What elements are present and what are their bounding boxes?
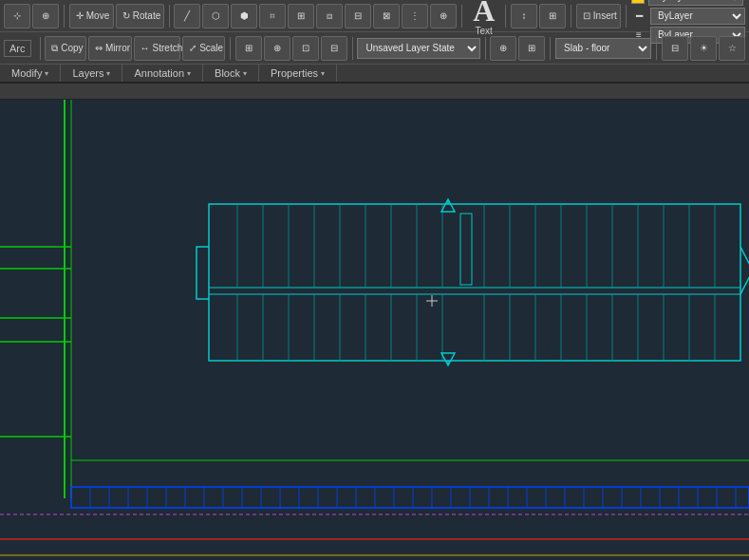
copy-icon: ⧉: [51, 41, 58, 56]
bylayer-select2[interactable]: ByLayer: [650, 8, 745, 25]
modify-tab[interactable]: Modify ▾: [0, 65, 61, 82]
mirror-icon: ⇔: [95, 41, 103, 56]
sep10: [485, 37, 486, 60]
block-label: Block: [215, 67, 240, 79]
sep8: [230, 37, 231, 60]
dim-btn2[interactable]: ⊞: [539, 4, 566, 28]
snap-icon2: ⊕: [271, 41, 284, 56]
misc-icon4: ☀: [697, 41, 710, 56]
line-btn6[interactable]: ⧈: [316, 4, 343, 28]
mirror-label: Mirror: [105, 43, 130, 53]
sep4: [505, 5, 506, 28]
snap-btn3[interactable]: ⊡: [292, 36, 319, 61]
rotate-icon: ↻: [122, 9, 130, 24]
line-btn8[interactable]: ⊠: [373, 4, 400, 28]
misc-icon3: ⊟: [668, 41, 682, 56]
line-btn10[interactable]: ⊕: [430, 4, 457, 28]
line-icon7: ⊟: [351, 9, 365, 24]
dim-icon2: ⊞: [546, 9, 559, 24]
snap-icon4: ⊟: [328, 41, 341, 56]
toolbar-row2: Arc ⧉ Copy ⇔ Mirror ↔ Stretch ⤢ Scale: [0, 32, 749, 65]
line-btn3[interactable]: ⬢: [231, 4, 257, 28]
misc-btn3[interactable]: ⊟: [662, 36, 688, 61]
text-big-icon: A: [473, 0, 495, 26]
modify-arrow: ▾: [45, 69, 48, 78]
annotation-label: Annotation: [134, 67, 184, 79]
svg-rect-0: [0, 100, 749, 560]
stretch-label: Stretch: [153, 43, 183, 53]
line-icon10: ⊕: [437, 9, 450, 24]
text-panel: A Text: [473, 0, 495, 36]
scale-btn[interactable]: ⤢ Scale: [182, 36, 225, 61]
layer-state-select[interactable]: Unsaved Layer State: [357, 38, 479, 59]
line-icon2: ⬡: [209, 9, 222, 24]
mirror-btn[interactable]: ⇔ Mirror: [88, 36, 132, 61]
select-btn[interactable]: ⊹: [4, 4, 30, 28]
line-btn5[interactable]: ⊞: [288, 4, 314, 28]
misc-btn1[interactable]: ⊕: [490, 36, 516, 61]
select-icon: ⊹: [10, 9, 24, 24]
properties-arrow: ▾: [321, 69, 325, 78]
snap-btn2[interactable]: ⊕: [264, 36, 290, 61]
line-icon1: ╱: [180, 9, 194, 24]
scale-icon: ⤢: [189, 41, 197, 56]
line-btn7[interactable]: ⊟: [345, 4, 371, 28]
properties-tab[interactable]: Properties ▾: [259, 65, 337, 82]
arc-btn[interactable]: Arc: [4, 40, 31, 57]
layers-arrow: ▾: [106, 69, 110, 78]
line-btn4[interactable]: ⌗: [259, 4, 286, 28]
misc-icon2: ⊞: [525, 41, 538, 56]
line-icon4: ⌗: [266, 9, 279, 24]
linetype-icon: ━: [631, 9, 646, 24]
line-icon8: ⊠: [380, 9, 393, 24]
insert-btn[interactable]: ⊡ Insert: [576, 4, 621, 28]
sep11: [550, 37, 551, 60]
misc-btn4[interactable]: ☀: [690, 36, 717, 61]
copy-label: Copy: [61, 43, 83, 53]
snap-btn[interactable]: ⊕: [32, 4, 59, 28]
insert-icon: ⊡: [583, 9, 590, 24]
section-headers: Modify ▾ Layers ▾ Annotation ▾ Block ▾ P…: [0, 65, 749, 84]
cad-drawing: [0, 100, 749, 560]
app-container: ⊹ ⊕ ✛ Move ↻ Rotate ╱ ⬡: [0, 0, 749, 560]
block-arrow: ▾: [243, 69, 247, 78]
properties-label: Properties: [271, 67, 318, 79]
sep5: [571, 5, 571, 28]
rotate-btn[interactable]: ↻ Rotate: [116, 4, 164, 28]
bylayer-select1[interactable]: ByLayer: [648, 0, 743, 6]
snap-grid-icon: ⊞: [242, 41, 255, 56]
snap-icon3: ⊡: [299, 41, 312, 56]
line-icon9: ⋮: [408, 9, 421, 24]
layers-tab[interactable]: Layers ▾: [61, 65, 122, 82]
layer-floor-select[interactable]: Slab - floor: [555, 38, 651, 59]
snap-btn4[interactable]: ⊟: [321, 36, 347, 61]
bylayer-row2: ━ ByLayer: [631, 8, 745, 25]
annotation-arrow: ▾: [187, 69, 191, 78]
misc-icon5: ☆: [725, 41, 739, 56]
copy-btn[interactable]: ⧉ Copy: [45, 36, 86, 61]
block-tab[interactable]: Block ▾: [203, 65, 259, 82]
misc-icon1: ⊕: [496, 41, 510, 56]
line-btn9[interactable]: ⋮: [402, 4, 428, 28]
dim-btn1[interactable]: ↕: [511, 4, 537, 28]
move-label: Move: [86, 10, 109, 21]
scale-label: Scale: [199, 43, 223, 53]
line-btn2[interactable]: ⬡: [202, 4, 229, 28]
misc-btn2[interactable]: ⊞: [518, 36, 545, 61]
sep3: [461, 5, 462, 28]
layers-label: Layers: [72, 67, 103, 79]
sep6: [626, 5, 627, 28]
cad-canvas-area[interactable]: [0, 100, 749, 560]
color-swatch1: [631, 0, 645, 4]
line-icon5: ⊞: [294, 9, 308, 24]
modify-label: Modify: [11, 67, 42, 79]
move-icon: ✛: [76, 9, 84, 24]
snap-grid-btn[interactable]: ⊞: [235, 36, 262, 61]
misc-btn5[interactable]: ☆: [719, 36, 745, 61]
stretch-btn[interactable]: ↔ Stretch: [134, 36, 181, 61]
insert-label: Insert: [593, 10, 617, 21]
annotation-tab[interactable]: Annotation ▾: [122, 65, 203, 82]
move-btn[interactable]: ✛ Move: [69, 4, 114, 28]
line-btn1[interactable]: ╱: [174, 4, 200, 28]
snap-icon: ⊕: [39, 9, 52, 24]
